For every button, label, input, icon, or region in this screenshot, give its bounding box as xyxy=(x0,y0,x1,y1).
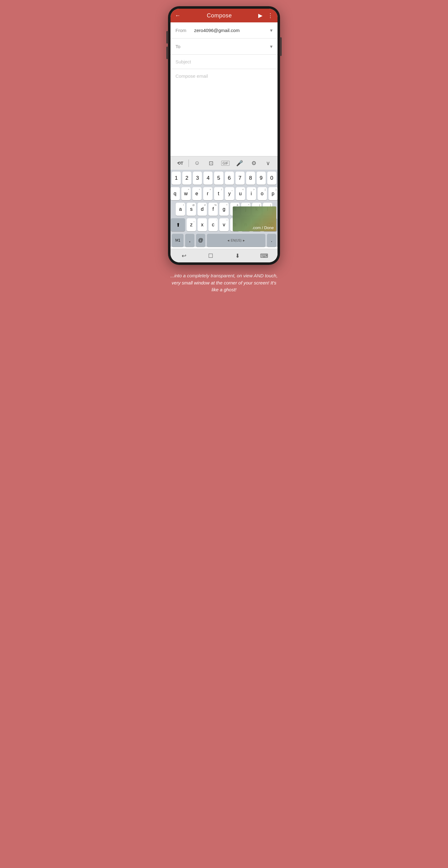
nav-keyboard-button[interactable]: ⌨ xyxy=(251,249,277,263)
key-t[interactable]: /t xyxy=(214,187,223,200)
to-chevron-icon[interactable]: ▾ xyxy=(270,43,272,50)
key-z[interactable]: _z xyxy=(187,218,196,231)
key-4[interactable]: 4 xyxy=(204,172,212,185)
hide-keyboard-button[interactable]: ∨ xyxy=(261,158,274,168)
nav-back-button[interactable]: ↩ xyxy=(171,249,197,263)
shift-key[interactable]: ⬆ xyxy=(171,218,185,231)
period-key[interactable]: . xyxy=(267,234,276,247)
compose-title: Compose xyxy=(207,12,232,19)
emoji-icon: ☺ xyxy=(194,160,200,166)
zxcv-row: ⬆ _z x 'c "v ;b n ?m ⌫ xyxy=(172,218,276,231)
translate-button[interactable]: ⟲T xyxy=(174,158,187,168)
suggestion-overlay: .com / Done xyxy=(233,207,276,231)
bottom-nav: ↩ ☐ ⬇ ⌨ xyxy=(171,249,277,262)
shift-icon: ⬆ xyxy=(176,222,180,228)
comma-key[interactable]: , xyxy=(185,234,195,247)
side-button-left-2 xyxy=(167,46,168,59)
subject-row[interactable]: Subject xyxy=(171,55,277,69)
qwerty-row: q +w ÷e =r /t _y <u >i [o ]p xyxy=(172,187,276,200)
key-i[interactable]: >i xyxy=(247,187,256,200)
key-8[interactable]: 8 xyxy=(246,172,255,185)
mic-button[interactable]: 🎤 xyxy=(233,158,246,168)
key-y[interactable]: _y xyxy=(225,187,234,200)
side-button-left-1 xyxy=(167,31,168,43)
key-o[interactable]: [o xyxy=(258,187,267,200)
gif-icon: GIF xyxy=(221,161,229,166)
at-label: @ xyxy=(198,238,203,243)
key-c[interactable]: 'c xyxy=(208,218,218,231)
special-label: !#1 xyxy=(175,238,180,243)
sticker-button[interactable]: ⊡ xyxy=(205,158,218,168)
space-label: ◄ EN(US) ► xyxy=(227,239,245,242)
emoji-button[interactable]: ☺ xyxy=(191,158,204,168)
key-e[interactable]: ÷e xyxy=(192,187,202,200)
key-x[interactable]: x xyxy=(198,218,207,231)
key-5[interactable]: 5 xyxy=(214,172,223,185)
from-row: From zero4096@gmail.com ▾ xyxy=(171,22,277,38)
number-row: 1 2 3 4 5 6 7 8 9 0 xyxy=(172,172,276,185)
nav-recent-icon: ☐ xyxy=(208,252,213,259)
key-3[interactable]: 3 xyxy=(193,172,202,185)
period-label: . xyxy=(271,238,272,243)
key-6[interactable]: 6 xyxy=(225,172,234,185)
phone-inner: ← Compose ▶ ⋮ From zero4096@gmail.com ▾ … xyxy=(171,9,277,262)
at-key[interactable]: @ xyxy=(196,234,205,247)
key-q[interactable]: q xyxy=(171,187,180,200)
key-7[interactable]: 7 xyxy=(236,172,244,185)
toolbar-divider xyxy=(188,159,189,167)
key-w[interactable]: +w xyxy=(181,187,191,200)
nav-home-button[interactable]: ⬇ xyxy=(224,249,251,263)
to-label: To xyxy=(176,44,194,49)
key-g[interactable]: ^g xyxy=(219,203,229,216)
from-label: From xyxy=(176,28,194,33)
key-2[interactable]: 2 xyxy=(182,172,191,185)
key-9[interactable]: 9 xyxy=(257,172,266,185)
bottom-row: !#1 , @ ◄ EN(US) ► . xyxy=(172,234,276,247)
keyboard-toolbar: ⟲T ☺ ⊡ GIF 🎤 ⚙ ∨ xyxy=(171,156,277,170)
sticker-icon: ⊡ xyxy=(209,160,213,167)
key-d[interactable]: #d xyxy=(198,203,207,216)
to-row: To ▾ xyxy=(171,38,277,55)
comma-label: , xyxy=(189,238,190,243)
key-a[interactable]: !a xyxy=(176,203,185,216)
back-icon[interactable]: ← xyxy=(175,12,180,19)
nav-back-icon: ↩ xyxy=(182,252,186,259)
key-s[interactable]: @s xyxy=(187,203,196,216)
compose-area: From zero4096@gmail.com ▾ To ▾ Subject C… xyxy=(171,22,277,156)
nav-keyboard-icon: ⌨ xyxy=(260,252,268,259)
phone-shell: ← Compose ▶ ⋮ From zero4096@gmail.com ▾ … xyxy=(168,6,280,265)
page-wrapper: ← Compose ▶ ⋮ From zero4096@gmail.com ▾ … xyxy=(163,0,285,313)
hide-icon: ∨ xyxy=(266,160,270,167)
key-p[interactable]: ]p xyxy=(268,187,278,200)
key-v[interactable]: "v xyxy=(219,218,229,231)
nav-home-icon: ⬇ xyxy=(235,252,240,259)
from-value[interactable]: zero4096@gmail.com xyxy=(194,28,270,33)
compose-body[interactable]: Compose email xyxy=(171,69,277,156)
mic-icon: 🎤 xyxy=(236,160,243,167)
top-bar: ← Compose ▶ ⋮ xyxy=(171,9,277,22)
side-button-right xyxy=(280,37,281,56)
settings-button[interactable]: ⚙ xyxy=(247,158,260,168)
caption: ...into a completely transparent, on vie… xyxy=(163,265,285,301)
settings-icon: ⚙ xyxy=(251,160,256,167)
key-f[interactable]: %f xyxy=(208,203,218,216)
more-icon[interactable]: ⋮ xyxy=(268,12,273,19)
subject-placeholder: Subject xyxy=(176,59,191,64)
key-u[interactable]: <u xyxy=(236,187,245,200)
gif-button[interactable]: GIF xyxy=(219,158,232,168)
special-key[interactable]: !#1 xyxy=(172,234,184,247)
key-0[interactable]: 0 xyxy=(267,172,276,185)
key-1[interactable]: 1 xyxy=(172,172,181,185)
space-key[interactable]: ◄ EN(US) ► xyxy=(207,234,265,247)
nav-recent-button[interactable]: ☐ xyxy=(197,249,224,263)
send-icon[interactable]: ▶ xyxy=(258,12,263,19)
top-bar-actions: ▶ ⋮ xyxy=(258,12,273,19)
compose-placeholder: Compose email xyxy=(176,73,208,79)
from-chevron-icon[interactable]: ▾ xyxy=(270,27,272,33)
translate-icon: ⟲T xyxy=(177,161,184,166)
key-r[interactable]: =r xyxy=(203,187,212,200)
suggestion-dotcom[interactable]: .com / Done xyxy=(252,225,274,230)
keyboard: 1 2 3 4 5 6 7 8 9 0 q +w ÷e =r / xyxy=(171,170,277,247)
